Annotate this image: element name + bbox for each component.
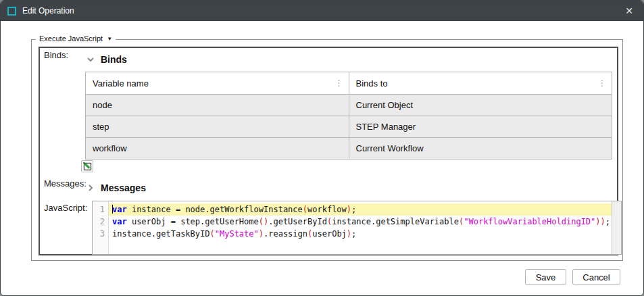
code-token: (): [259, 217, 268, 226]
column-header-label: Binds to: [356, 78, 388, 89]
code-token: userObj = step.getUserHome: [127, 217, 259, 226]
cell-variable-name[interactable]: node: [86, 95, 349, 116]
javascript-code-editor[interactable]: 123 var instance = node.getWorkflowInsta…: [92, 201, 622, 255]
chevron-right-icon: [86, 184, 95, 192]
column-menu-icon[interactable]: ⋮: [335, 78, 343, 88]
dropdown-arrow-icon[interactable]: ▼: [107, 36, 112, 42]
table-row[interactable]: workflowCurrent Workflow: [86, 138, 612, 159]
code-token: (: [210, 229, 215, 239]
cancel-button[interactable]: Cancel: [572, 269, 620, 285]
edit-pencil-icon: [82, 162, 92, 171]
code-token: ;: [605, 217, 610, 226]
line-number: 1: [93, 203, 108, 216]
table-row[interactable]: nodeCurrent Object: [86, 95, 612, 116]
chevron-down-icon: [86, 55, 95, 64]
code-token: .reassign: [264, 229, 307, 239]
table-header-row: Variable name ⋮ Binds to ⋮: [86, 72, 612, 95]
code-token: )): [595, 217, 605, 226]
code-token: ): [347, 205, 351, 214]
code-line[interactable]: instance.getTaskByID("MyState").reassign…: [109, 228, 612, 240]
table-row[interactable]: stepSTEP Manager: [86, 116, 612, 138]
cell-binds-to[interactable]: STEP Manager: [349, 116, 612, 138]
code-token: userObj: [312, 229, 347, 239]
code-line[interactable]: var userObj = step.getUserHome().getUser…: [109, 216, 612, 228]
cell-binds-to[interactable]: Current Object: [349, 95, 612, 116]
code-token: instance = node.getWorkflowInstance: [127, 205, 303, 214]
code-line[interactable]: var instance = node.getWorkflowInstance(…: [109, 203, 612, 216]
binds-section-title: Binds: [101, 54, 127, 65]
binds-section-toggle[interactable]: Binds: [86, 54, 127, 65]
binds-table: Variable name ⋮ Binds to ⋮ nodeCurrent O…: [85, 72, 612, 159]
code-token: ): [347, 229, 351, 239]
editor-vertical-scrollbar[interactable]: [612, 201, 621, 254]
code-token: .getUserById: [268, 217, 327, 226]
binds-field-label: Binds:: [44, 50, 68, 60]
window-icon: [7, 7, 16, 16]
save-button[interactable]: Save: [525, 269, 566, 285]
cell-variable-name[interactable]: workflow: [86, 138, 349, 159]
code-token: var: [112, 217, 127, 226]
line-number: 3: [93, 228, 108, 240]
editor-gutter: 123: [93, 201, 109, 254]
messages-section-title: Messages: [101, 182, 146, 193]
line-number: 2: [93, 216, 108, 228]
javascript-field-label: JavaScript:: [44, 203, 87, 213]
messages-field-label: Messages:: [44, 178, 86, 189]
operation-type-label: Execute JavaScript: [39, 34, 103, 43]
code-token: ;: [351, 229, 356, 239]
column-menu-icon[interactable]: ⋮: [598, 78, 606, 88]
column-header-variable-name[interactable]: Variable name ⋮: [86, 72, 349, 95]
code-token: instance.getSimpleVariable: [332, 217, 459, 226]
messages-section-toggle[interactable]: Messages: [86, 182, 146, 193]
cell-variable-name[interactable]: step: [86, 116, 349, 138]
cell-binds-to[interactable]: Current Workflow: [349, 138, 612, 159]
code-token: ): [259, 229, 264, 239]
close-icon[interactable]: ✕: [622, 3, 637, 18]
code-token: (: [303, 205, 307, 214]
code-token: "MyState": [215, 229, 259, 239]
column-header-label: Variable name: [93, 78, 149, 89]
editor-code[interactable]: var instance = node.getWorkflowInstance(…: [109, 201, 612, 254]
code-token: ;: [351, 205, 356, 214]
code-token: var: [112, 205, 127, 214]
code-token: "WorkflowVariableHoldingID": [464, 217, 595, 226]
code-token: workflow: [307, 205, 347, 214]
titlebar: Edit Operation ✕: [1, 1, 643, 21]
code-token: instance.getTaskByID: [112, 229, 210, 239]
edit-table-button[interactable]: [81, 160, 93, 172]
window-title: Edit Operation: [22, 6, 74, 16]
operation-type-selector[interactable]: Execute JavaScript ▼: [36, 34, 116, 43]
column-header-binds-to[interactable]: Binds to ⋮: [349, 72, 612, 95]
binds-table-body: nodeCurrent ObjectstepSTEP Managerworkfl…: [86, 95, 612, 159]
edit-operation-dialog: Edit Operation ✕ Execute JavaScript ▼ Bi…: [0, 0, 644, 296]
